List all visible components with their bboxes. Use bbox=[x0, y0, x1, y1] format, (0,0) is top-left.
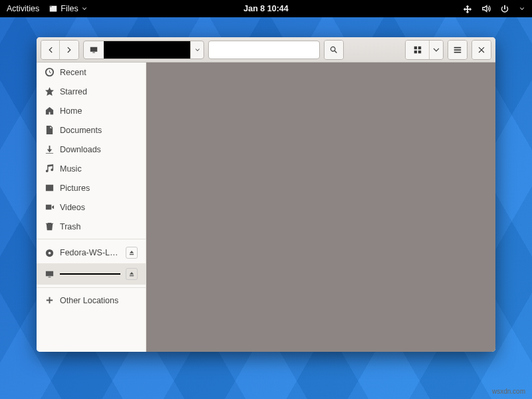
path-current[interactable] bbox=[104, 41, 190, 59]
system-status-area[interactable] bbox=[463, 4, 525, 13]
sidebar-item-label: Documents bbox=[60, 126, 102, 135]
sidebar-device-fedora[interactable]: Fedora-WS-L… bbox=[37, 242, 146, 263]
picture-icon bbox=[45, 183, 55, 193]
music-icon bbox=[45, 164, 55, 174]
sidebar-item-label: Other Locations bbox=[60, 296, 118, 305]
sidebar-item-label: Music bbox=[60, 164, 82, 174]
path-dropdown[interactable] bbox=[190, 41, 203, 59]
activities-button[interactable]: Activities bbox=[7, 4, 39, 13]
view-grid-button[interactable] bbox=[406, 41, 430, 59]
sidebar-item-label: Starred bbox=[60, 87, 87, 96]
sidebar-item-starred[interactable]: Starred bbox=[37, 82, 146, 101]
places-sidebar: Recent Starred Home Documents Downloads … bbox=[37, 63, 146, 352]
sidebar-item-label: Videos bbox=[60, 203, 85, 212]
star-icon bbox=[45, 86, 55, 96]
sidebar-separator bbox=[37, 287, 146, 288]
sidebar-device-current[interactable] bbox=[37, 263, 146, 285]
eject-button[interactable] bbox=[126, 268, 138, 280]
trash-icon bbox=[45, 221, 55, 231]
chevron-down-icon bbox=[432, 45, 441, 55]
gnome-topbar: Activities Files Jan 8 10:44 bbox=[0, 0, 532, 17]
search-icon bbox=[329, 45, 338, 55]
back-button[interactable] bbox=[41, 41, 60, 59]
computer-icon bbox=[45, 269, 55, 279]
chevron-down-icon bbox=[81, 5, 88, 12]
nav-buttons bbox=[41, 40, 79, 60]
forward-button[interactable] bbox=[60, 41, 78, 59]
eject-button[interactable] bbox=[126, 247, 138, 259]
eject-icon bbox=[128, 249, 135, 256]
app-menu[interactable]: Files bbox=[49, 4, 87, 13]
sidebar-item-label: Downloads bbox=[60, 145, 101, 154]
files-window: Recent Starred Home Documents Downloads … bbox=[37, 37, 495, 352]
sidebar-item-videos[interactable]: Videos bbox=[37, 198, 146, 217]
sidebar-item-downloads[interactable]: Downloads bbox=[37, 140, 146, 159]
sidebar-separator bbox=[37, 239, 146, 239]
files-icon bbox=[49, 4, 58, 13]
document-icon bbox=[45, 125, 55, 135]
watermark: wsxdn.com bbox=[492, 388, 525, 395]
grid-icon bbox=[413, 45, 422, 55]
chevron-down-icon bbox=[194, 47, 201, 53]
sidebar-item-music[interactable]: Music bbox=[37, 159, 146, 178]
headerbar bbox=[37, 37, 495, 63]
menu-icon bbox=[453, 45, 462, 55]
computer-icon bbox=[89, 45, 98, 55]
location-entry[interactable] bbox=[208, 41, 320, 59]
chevron-down-icon bbox=[519, 5, 525, 12]
video-icon bbox=[45, 202, 55, 212]
eject-icon bbox=[128, 271, 135, 277]
download-icon bbox=[45, 144, 55, 154]
sidebar-item-label: Pictures bbox=[60, 184, 90, 193]
path-root[interactable] bbox=[84, 41, 104, 59]
chevron-right-icon bbox=[65, 45, 74, 55]
content-view[interactable] bbox=[146, 63, 495, 352]
home-icon bbox=[45, 106, 55, 116]
clock[interactable]: Jan 8 10:44 bbox=[243, 4, 288, 13]
hamburger-menu[interactable] bbox=[448, 41, 467, 59]
view-dropdown[interactable] bbox=[430, 41, 443, 59]
close-button[interactable] bbox=[472, 41, 491, 59]
sidebar-item-home[interactable]: Home bbox=[37, 101, 146, 120]
sidebar-item-recent[interactable]: Recent bbox=[37, 63, 146, 82]
chevron-left-icon bbox=[46, 45, 55, 55]
volume-icon bbox=[481, 4, 491, 13]
disc-icon bbox=[45, 248, 55, 258]
sidebar-other-locations[interactable]: Other Locations bbox=[37, 291, 146, 310]
sidebar-item-label: Home bbox=[60, 106, 82, 116]
sidebar-item-label: Trash bbox=[60, 222, 81, 231]
app-menu-label: Files bbox=[61, 4, 78, 13]
network-icon bbox=[463, 4, 472, 13]
clock-icon bbox=[45, 67, 55, 77]
close-icon bbox=[477, 45, 486, 55]
sidebar-item-label bbox=[60, 273, 120, 275]
view-controls bbox=[405, 40, 444, 60]
sidebar-item-pictures[interactable]: Pictures bbox=[37, 178, 146, 198]
plus-icon bbox=[45, 295, 55, 305]
path-bar[interactable] bbox=[83, 41, 204, 59]
sidebar-item-label: Recent bbox=[60, 68, 86, 77]
power-icon bbox=[500, 4, 509, 13]
sidebar-item-label: Fedora-WS-L… bbox=[60, 248, 118, 257]
sidebar-item-documents[interactable]: Documents bbox=[37, 120, 146, 140]
search-button[interactable] bbox=[325, 41, 343, 59]
sidebar-item-trash[interactable]: Trash bbox=[37, 217, 146, 236]
